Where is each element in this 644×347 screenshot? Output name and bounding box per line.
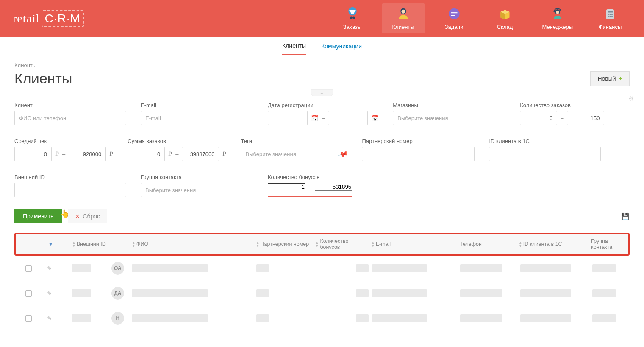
collapse-filters-toggle[interactable]: ︿ — [311, 89, 333, 96]
regdate-from-input[interactable] — [268, 111, 308, 125]
cell-external-id — [72, 289, 91, 297]
nav-finance[interactable]: Финансы — [589, 3, 631, 33]
extid-label: Внешний ID — [14, 174, 126, 180]
nav-managers[interactable]: Менеджеры — [535, 3, 580, 33]
email-label: E-mail — [141, 102, 253, 108]
nav-finance-label: Финансы — [599, 24, 622, 30]
ordercount-to-input[interactable] — [567, 111, 604, 125]
nav-orders-label: Заказы — [343, 24, 361, 30]
bonuscount-label: Количество бонусов — [268, 174, 352, 180]
extid-input[interactable] — [14, 183, 126, 197]
new-button[interactable]: Новый + — [590, 71, 630, 86]
edit-icon[interactable]: ✎ — [47, 265, 52, 272]
th-partner[interactable]: Партнерский номер — [261, 241, 309, 247]
th-fio[interactable]: ФИО — [136, 241, 148, 247]
row-checkbox[interactable] — [25, 315, 32, 322]
sort-icon[interactable]: ▴▾ — [257, 241, 259, 248]
th-id1c[interactable]: ID клиента в 1С — [523, 241, 562, 247]
calendar-icon[interactable]: 📅 — [371, 115, 378, 121]
id1c-input[interactable] — [489, 147, 601, 161]
ruble-icon: ₽ — [222, 151, 226, 157]
id1c-label: ID клиента в 1С — [489, 138, 601, 144]
ordercount-from-input[interactable] — [520, 111, 557, 125]
th-bonus[interactable]: Количество бонусов — [320, 238, 368, 250]
tags-label: Теги — [241, 138, 347, 144]
ruble-icon: ₽ — [55, 151, 59, 157]
ordersum-label: Сумма заказов — [128, 138, 226, 144]
headset-icon — [550, 7, 565, 22]
partnernum-input[interactable] — [362, 147, 475, 161]
cell-group — [592, 289, 616, 297]
box-icon — [497, 7, 513, 22]
nav-warehouse[interactable]: Склад — [484, 3, 526, 33]
nav-tasks-label: Задачи — [445, 24, 464, 30]
bonuscount-to-input[interactable] — [315, 183, 352, 191]
sort-icon[interactable]: ▴▾ — [73, 241, 75, 248]
client-input[interactable] — [14, 111, 126, 125]
ordersum-from-input[interactable] — [128, 147, 165, 161]
regdate-to-input[interactable] — [328, 111, 368, 125]
bonuscount-from-input[interactable] — [268, 183, 305, 190]
row-checkbox[interactable] — [25, 265, 32, 272]
th-email[interactable]: E-mail — [376, 241, 391, 247]
reset-label: Сброс — [83, 213, 100, 220]
page-title: Клиенты — [14, 70, 72, 87]
subnav-communications[interactable]: Коммуникации — [321, 38, 362, 55]
nav-tasks[interactable]: Задачи — [433, 3, 475, 33]
cell-fio — [132, 289, 208, 297]
gear-icon[interactable]: ⚙ — [628, 95, 634, 102]
cell-group — [592, 314, 616, 322]
nav-orders[interactable]: Заказы — [331, 3, 374, 33]
avgcheck-label: Средний чек — [14, 138, 113, 144]
nav-clients[interactable]: Клиенты — [382, 3, 425, 33]
cell-id1c — [520, 264, 571, 272]
caret-down-icon[interactable]: ▼ — [48, 242, 53, 247]
sort-icon[interactable]: ▴▾ — [133, 241, 135, 248]
sort-icon[interactable]: ▴▾ — [519, 241, 522, 248]
edit-icon[interactable]: ✎ — [47, 290, 52, 297]
svg-point-19 — [610, 16, 611, 17]
avgcheck-from-input[interactable] — [14, 147, 52, 161]
partnernum-label: Партнерский номер — [362, 138, 475, 144]
sort-icon[interactable]: ▴▾ — [316, 241, 318, 248]
svg-point-18 — [608, 16, 609, 17]
tags-select[interactable]: Выберите значения — [241, 147, 336, 161]
cell-external-id — [72, 264, 91, 272]
svg-point-15 — [608, 14, 609, 15]
th-group[interactable]: Группа контакта — [591, 238, 623, 250]
cell-email — [372, 264, 427, 272]
svg-rect-14 — [608, 11, 613, 13]
avgcheck-to-input[interactable] — [69, 147, 106, 161]
cell-id1c — [520, 289, 571, 297]
contactgroup-select[interactable]: Выберите значения — [141, 183, 253, 197]
row-checkbox[interactable] — [25, 290, 32, 297]
cell-bonus — [356, 264, 369, 272]
cell-phone — [460, 314, 502, 322]
ordersum-to-input[interactable] — [182, 147, 219, 161]
pin-icon[interactable]: 📌 — [338, 149, 349, 160]
apply-button[interactable]: Применить — [14, 209, 62, 223]
contactgroup-label: Группа контакта — [141, 174, 253, 180]
person-icon — [396, 7, 411, 22]
subnav-clients[interactable]: Клиенты — [282, 37, 306, 55]
new-button-label: Новый — [597, 75, 616, 82]
email-input[interactable] — [141, 111, 253, 125]
cell-bonus — [356, 289, 369, 297]
nav-clients-label: Клиенты — [392, 24, 414, 30]
cell-partner — [256, 289, 269, 297]
edit-icon[interactable]: ✎ — [47, 315, 52, 322]
sort-icon[interactable]: ▴▾ — [372, 241, 374, 248]
cell-email — [372, 314, 427, 322]
save-icon[interactable]: 💾 — [621, 212, 630, 220]
stores-select[interactable]: Выберите значения — [393, 111, 505, 125]
reset-button[interactable]: ✕ Сброс — [68, 209, 107, 223]
logo[interactable]: retailC·R·M — [13, 10, 84, 27]
cell-phone — [460, 289, 502, 297]
th-phone[interactable]: Телефон — [460, 241, 482, 247]
svg-rect-8 — [451, 14, 457, 14]
nav-warehouse-label: Склад — [497, 24, 513, 30]
calendar-icon[interactable]: 📅 — [311, 115, 318, 121]
th-external-id[interactable]: Внешний ID — [77, 241, 106, 247]
avatar: ДА — [111, 287, 124, 300]
svg-rect-9 — [451, 15, 455, 16]
